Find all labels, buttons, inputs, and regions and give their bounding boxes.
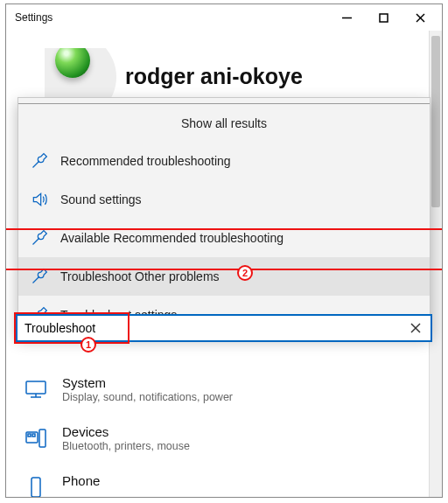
result-label: Available Recommended troubleshooting: [60, 231, 284, 245]
phone-icon: [24, 475, 48, 497]
category-title: Devices: [62, 424, 190, 439]
vertical-scrollbar[interactable]: [429, 31, 442, 497]
system-icon: [24, 377, 48, 402]
wrench-icon: [31, 229, 48, 247]
categories-list: System Display, sound, notifications, po…: [18, 365, 430, 497]
result-label: Sound settings: [60, 192, 142, 206]
result-available-recommended[interactable]: Available Recommended troubleshooting: [18, 219, 430, 257]
maximize-button[interactable]: [365, 5, 402, 30]
show-all-results-label: Show all results: [181, 116, 267, 130]
wrench-icon: [31, 268, 48, 285]
search-input[interactable]: [21, 321, 404, 335]
result-label: Troubleshoot Other problems: [60, 269, 220, 283]
category-title: System: [62, 375, 233, 390]
titlebar: Settings: [6, 4, 442, 31]
sound-icon: [31, 191, 48, 208]
result-sound-settings[interactable]: Sound settings: [18, 180, 430, 219]
result-recommended-troubleshooting[interactable]: Recommended troubleshooting: [18, 142, 430, 180]
profile-name: rodger ani-okoye: [125, 64, 303, 89]
clear-search-button[interactable]: [404, 317, 427, 339]
avatar: [45, 48, 101, 104]
category-system[interactable]: System Display, sound, notifications, po…: [18, 365, 430, 414]
close-button[interactable]: [402, 5, 438, 30]
show-all-results[interactable]: Show all results: [18, 103, 430, 142]
wrench-icon: [31, 152, 48, 170]
svg-rect-10: [39, 430, 46, 447]
category-phone[interactable]: Phone: [18, 463, 430, 497]
scrollbar-thumb[interactable]: [431, 36, 440, 207]
result-label: Recommended troubleshooting: [60, 154, 231, 168]
search-bar[interactable]: [16, 314, 432, 342]
svg-rect-11: [28, 434, 31, 437]
svg-rect-13: [32, 478, 40, 497]
category-subtitle: Display, sound, notifications, power: [62, 391, 233, 403]
result-troubleshoot-other[interactable]: Troubleshoot Other problems: [18, 257, 430, 296]
devices-icon: [24, 426, 48, 451]
profile-row: rodger ani-okoye: [45, 48, 430, 104]
category-title: Phone: [62, 473, 100, 488]
window-title: Settings: [15, 11, 328, 24]
content-area: rodger ani-okoye Show all results Recomm…: [6, 31, 442, 497]
svg-rect-12: [32, 434, 35, 437]
search-results-dropdown: Show all results Recommended troubleshoo…: [18, 97, 430, 335]
svg-rect-6: [26, 381, 46, 394]
settings-window: Settings rodger ani-okoye Show all resul…: [5, 3, 443, 498]
category-devices[interactable]: Devices Bluetooth, printers, mouse: [18, 414, 430, 463]
minimize-button[interactable]: [328, 5, 365, 30]
svg-rect-1: [380, 14, 388, 22]
category-subtitle: Bluetooth, printers, mouse: [62, 440, 190, 452]
